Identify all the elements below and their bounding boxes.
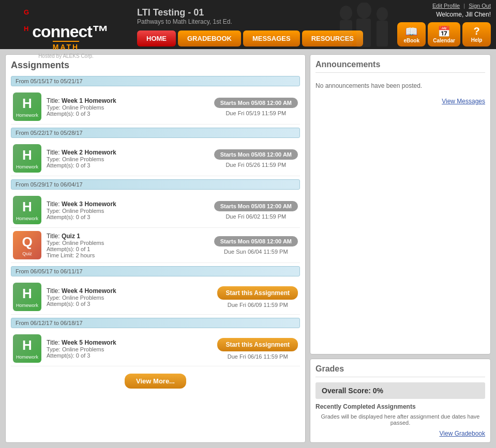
nav-messages[interactable]: MESSAGES: [243, 30, 300, 47]
assignment-timelimit: 2 hours: [76, 252, 95, 258]
hw-sublabel: Homework: [16, 354, 38, 360]
header-right: Edit Profile | Sign Out Welcome, Jill Ch…: [392, 0, 496, 51]
announcements-title: Announcements: [315, 60, 485, 73]
svg-rect-5: [377, 21, 388, 47]
logo-hosted: Hosted by ALEKS Corp.: [38, 53, 94, 59]
assignment-right: Start this Assignment Due Fri 06/16 11:5…: [217, 338, 298, 360]
view-more-container: View More...: [11, 374, 300, 389]
due-text: Due Fri 06/02 11:59 PM: [226, 213, 286, 220]
assignment-attempts-line: Attempt(s): 0 of 3: [47, 162, 209, 168]
start-assignment-button-5[interactable]: Start this Assignment: [217, 338, 298, 351]
assignment-title-line: Title: Week 5 Homework: [47, 339, 212, 346]
table-row: Q Quiz Title: Quiz 1 Type: Online Proble…: [11, 228, 300, 263]
hw-sublabel: Homework: [16, 164, 38, 169]
assignment-type: Online Problems: [62, 104, 104, 111]
svg-point-0: [340, 6, 352, 20]
assignment-title: Week 3 Homework: [62, 200, 116, 208]
homework-icon: H Homework: [13, 283, 41, 311]
overall-score-label: Overall Score:: [322, 387, 371, 395]
assignment-details: Title: Week 4 Homework Type: Online Prob…: [47, 287, 212, 307]
table-row: H Homework Title: Week 5 Homework Type: …: [11, 331, 300, 366]
grades-note: Grades will be displayed here after assi…: [315, 413, 485, 426]
assignment-right: Start this Assignment Due Fri 06/09 11:5…: [217, 286, 298, 308]
assignment-timelimit-line: Time Limit: 2 hours: [47, 252, 209, 258]
assignment-type-line: Type: Online Problems: [47, 156, 209, 162]
assignment-title-line: Title: Week 2 Homework: [47, 149, 209, 156]
assignment-attempts: 0 of 1: [76, 246, 91, 252]
homework-icon: H Homework: [13, 92, 41, 121]
quiz-icon: Q Quiz: [13, 231, 41, 259]
starts-badge: Starts Mon 05/08 12:00 AM: [214, 201, 298, 211]
assignment-title-line: Title: Week 4 Homework: [47, 287, 212, 295]
assignment-details: Title: Week 5 Homework Type: Online Prob…: [47, 339, 212, 359]
due-text: Due Sun 06/04 11:59 PM: [224, 249, 288, 255]
assignment-title: Quiz 1: [62, 233, 80, 240]
assignment-right: Starts Mon 05/08 12:00 AM Due Fri 06/02 …: [214, 201, 298, 220]
grades-title: Grades: [315, 364, 485, 377]
assignment-title-line: Title: Week 1 Homework: [47, 97, 209, 104]
date-range-3: From 05/29/17 to 06/04/17: [11, 179, 300, 190]
starts-badge: Starts Mon 05/08 12:00 AM: [214, 149, 298, 160]
view-gradebook-link[interactable]: View Gradebook: [315, 430, 485, 437]
due-text: Due Fri 06/16 11:59 PM: [228, 353, 288, 360]
assignment-title-line: Title: Week 3 Homework: [47, 200, 209, 208]
calendar-label: Calendar: [433, 38, 455, 43]
assignment-attempts: 0 of 3: [76, 352, 91, 359]
sign-out-link[interactable]: Sign Out: [469, 3, 491, 9]
due-text: Due Fri 06/09 11:59 PM: [228, 302, 288, 308]
date-range-2: From 05/22/17 to 05/28/17: [11, 128, 300, 138]
logo: MCGH connect™: [24, 0, 108, 40]
due-text: Due Fri 05/19 11:59 PM: [226, 110, 286, 116]
assignment-attempts: 0 of 3: [76, 214, 91, 220]
assignment-type: Online Problems: [62, 346, 104, 352]
svg-rect-3: [356, 19, 371, 47]
logo-math: MATH: [53, 41, 79, 51]
due-text: Due Fri 05/26 11:59 PM: [226, 162, 286, 168]
view-messages-link[interactable]: View Messages: [315, 98, 485, 105]
hw-sublabel: Homework: [16, 216, 38, 221]
assignment-type: Online Problems: [62, 208, 104, 214]
nav-home[interactable]: HOME: [137, 30, 176, 47]
connect-text: connect: [32, 22, 92, 41]
edit-profile-link[interactable]: Edit Profile: [432, 3, 460, 9]
announcements-panel: Announcements No announcements have been…: [310, 54, 491, 354]
view-more-button[interactable]: View More...: [125, 374, 186, 389]
homework-icon: H Homework: [13, 334, 41, 363]
link-separator: |: [463, 3, 467, 9]
hw-letter: H: [22, 199, 32, 215]
assignment-type-line: Type: Online Problems: [47, 295, 212, 301]
overall-score-bar: Overall Score: 0%: [315, 382, 485, 399]
ebook-button[interactable]: 📖 eBook: [397, 22, 426, 47]
icon-buttons: 📖 eBook 📅 Calendar ? Help: [397, 22, 491, 47]
start-assignment-button-4[interactable]: Start this Assignment: [217, 286, 298, 300]
welcome-text: Welcome, Jill Chen!: [436, 11, 491, 18]
grades-panel: Grades Overall Score: 0% Recently Comple…: [310, 359, 491, 443]
logo-area: MCGH connect™ MATH Hosted by ALEKS Corp.: [0, 0, 132, 49]
table-row: H Homework Title: Week 4 Homework Type: …: [11, 280, 300, 315]
assignment-type-line: Type: Online Problems: [47, 104, 209, 111]
header: MCGH connect™ MATH Hosted by ALEKS Corp.…: [0, 0, 496, 49]
help-icon: ?: [473, 25, 479, 37]
calendar-button[interactable]: 📅 Calendar: [428, 22, 460, 47]
hw-sublabel: Homework: [16, 113, 38, 118]
assignments-panel: Assignments From 05/15/17 to 05/21/17 H …: [5, 54, 306, 443]
help-button[interactable]: ? Help: [462, 22, 491, 47]
right-panel: Announcements No announcements have been…: [310, 54, 491, 443]
hw-letter: H: [22, 96, 32, 112]
assignment-type: Online Problems: [62, 295, 104, 301]
assignment-attempts-line: Attempt(s): 0 of 3: [47, 352, 212, 359]
assignment-right: Starts Mon 05/08 12:00 AM Due Sun 06/04 …: [214, 236, 298, 255]
quiz-sublabel: Quiz: [22, 251, 32, 256]
assignment-right: Starts Mon 05/08 12:00 AM Due Fri 05/26 …: [214, 149, 298, 168]
assignment-type-line: Type: Online Problems: [47, 346, 212, 352]
homework-icon: H Homework: [13, 144, 41, 173]
silhouettes-decoration: [330, 0, 393, 49]
assignment-title: Week 5 Homework: [62, 339, 116, 346]
nav-gradebook[interactable]: GRADEBOOK: [178, 30, 241, 47]
assignment-details: Title: Week 3 Homework Type: Online Prob…: [47, 200, 209, 220]
hw-letter: H: [22, 337, 32, 353]
starts-badge: Starts Mon 05/08 12:00 AM: [214, 98, 298, 108]
svg-point-4: [377, 7, 388, 21]
assignment-attempts-line: Attempt(s): 0 of 3: [47, 301, 212, 307]
assignments-title: Assignments: [11, 60, 300, 71]
